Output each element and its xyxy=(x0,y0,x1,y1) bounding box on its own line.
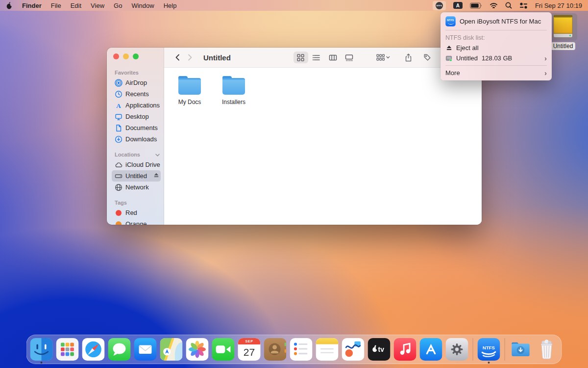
ntfs-app-icon: NTFS xyxy=(478,338,500,361)
maps-icon xyxy=(160,338,183,361)
menu-finder[interactable]: Finder xyxy=(22,2,42,9)
dock-item-notes[interactable] xyxy=(316,338,339,361)
dock-item-maps[interactable] xyxy=(160,338,183,361)
sidebar-item-downloads[interactable]: Downloads xyxy=(112,133,161,145)
dock-item-launchpad[interactable] xyxy=(56,338,79,361)
external-drive-icon xyxy=(552,15,574,39)
list-view-button[interactable] xyxy=(310,52,324,63)
forward-button[interactable] xyxy=(184,52,196,63)
folder-label: Installers xyxy=(222,99,245,105)
sidebar-tag-red[interactable]: Red xyxy=(112,207,161,218)
mail-icon xyxy=(134,338,157,361)
menu-help[interactable]: Help xyxy=(164,2,177,9)
sidebar-item-recents[interactable]: Recents xyxy=(112,88,161,100)
menu-go[interactable]: Go xyxy=(114,2,122,9)
menu-item-disk-untitled[interactable]: Untitled 128.03 GB › xyxy=(441,53,552,63)
sidebar-item-desktop[interactable]: Desktop xyxy=(112,111,161,122)
folder-item-my-docs[interactable]: My Docs xyxy=(168,78,212,105)
desktop-drive-untitled[interactable]: Untitled xyxy=(547,13,579,50)
dock-item-downloads-folder[interactable] xyxy=(510,338,532,361)
close-button[interactable] xyxy=(113,53,119,59)
menu-item-open-app[interactable]: NTFS Open iBoysoft NTFS for Mac xyxy=(441,15,552,28)
dock-item-music[interactable] xyxy=(394,338,416,361)
input-source-icon[interactable]: A xyxy=(453,2,463,9)
svg-text:tv: tv xyxy=(378,345,385,353)
apple-logo-icon[interactable] xyxy=(6,1,13,9)
chevron-down-icon[interactable] xyxy=(155,152,160,158)
app-store-icon xyxy=(420,338,442,361)
menu-item-more[interactable]: More › xyxy=(441,68,552,78)
dock-separator xyxy=(473,338,473,361)
folder-item-installers[interactable]: Installers xyxy=(212,78,256,105)
dock-item-contacts[interactable] xyxy=(264,338,287,361)
folder-content-area[interactable]: My Docs Installers xyxy=(164,68,482,225)
music-icon xyxy=(394,338,416,361)
dock-item-app-store[interactable] xyxy=(420,338,442,361)
dock-item-apple-tv[interactable]: tv xyxy=(368,338,391,361)
dock-item-safari[interactable] xyxy=(82,338,105,361)
dock-item-messages[interactable] xyxy=(108,338,131,361)
gallery-view-button[interactable] xyxy=(342,52,357,63)
chevron-right-icon: › xyxy=(544,69,547,77)
airdrop-icon xyxy=(115,79,122,87)
cloud-icon xyxy=(115,161,122,169)
apple-tv-icon: tv xyxy=(368,338,391,361)
menu-window[interactable]: Window xyxy=(131,2,154,9)
sidebar-item-icloud-drive[interactable]: iCloud Drive xyxy=(112,159,161,170)
dock-item-system-settings[interactable] xyxy=(446,338,468,361)
menu-bar: Finder File Edit View Go Window Help NTF… xyxy=(0,0,588,11)
wifi-icon[interactable] xyxy=(490,2,498,9)
orange-tag-icon xyxy=(116,221,122,225)
ntfs-menubar-icon[interactable]: NTFS xyxy=(433,1,446,10)
spotlight-search-icon[interactable] xyxy=(505,2,512,9)
icon-view-button[interactable] xyxy=(294,52,308,63)
photos-icon xyxy=(186,338,209,361)
sidebar-item-network[interactable]: Network xyxy=(112,182,161,193)
sidebar-item-documents[interactable]: Documents xyxy=(112,122,161,133)
window-title: Untitled xyxy=(203,53,231,62)
folder-icon xyxy=(178,78,201,95)
dock-separator xyxy=(505,338,505,361)
svg-text:A: A xyxy=(116,102,121,109)
downloads-folder-icon xyxy=(510,338,532,361)
dock-item-trash[interactable] xyxy=(536,338,558,361)
messages-icon xyxy=(108,338,131,361)
eject-icon xyxy=(445,45,452,51)
eject-icon[interactable] xyxy=(153,172,159,180)
dock-item-freeform[interactable] xyxy=(342,338,365,361)
menu-view[interactable]: View xyxy=(91,2,104,9)
battery-icon[interactable] xyxy=(470,2,482,9)
favorites-header: Favorites xyxy=(115,69,160,76)
reminders-icon xyxy=(290,338,313,361)
safari-icon xyxy=(82,338,105,361)
menu-file[interactable]: File xyxy=(51,2,61,9)
tag-button[interactable] xyxy=(420,52,434,63)
column-view-button[interactable] xyxy=(326,52,341,63)
back-button[interactable] xyxy=(172,52,184,63)
sidebar-item-applications[interactable]: A Applications xyxy=(112,100,161,111)
dock-item-facetime[interactable] xyxy=(212,338,235,361)
sidebar-item-airdrop[interactable]: AirDrop xyxy=(112,77,161,88)
dock-item-photos[interactable] xyxy=(186,338,209,361)
dock-item-iboysoft-ntfs[interactable]: NTFS xyxy=(478,338,500,361)
minimize-button[interactable] xyxy=(123,53,129,59)
menu-item-eject-all[interactable]: Eject all xyxy=(441,43,552,53)
dock-item-mail[interactable] xyxy=(134,338,157,361)
share-button[interactable] xyxy=(402,52,416,63)
control-center-icon[interactable] xyxy=(519,2,528,9)
sidebar-tag-orange[interactable]: Orange xyxy=(112,218,161,225)
zoom-button[interactable] xyxy=(133,53,139,59)
running-indicator xyxy=(488,362,490,364)
menu-edit[interactable]: Edit xyxy=(71,2,81,9)
sidebar-item-untitled[interactable]: Untitled xyxy=(112,170,161,182)
chevron-right-icon: › xyxy=(544,54,547,62)
dock-item-calendar[interactable]: SEP 27 xyxy=(238,338,261,361)
dock-item-finder[interactable] xyxy=(30,338,53,361)
calendar-day: 27 xyxy=(238,344,261,361)
dock-item-reminders[interactable] xyxy=(290,338,313,361)
red-tag-icon xyxy=(116,210,122,216)
group-by-button[interactable] xyxy=(376,52,390,63)
folder-label: My Docs xyxy=(178,99,201,105)
menubar-clock[interactable]: Fri Sep 27 10:19 xyxy=(535,2,582,9)
desktop-icon xyxy=(115,113,122,121)
